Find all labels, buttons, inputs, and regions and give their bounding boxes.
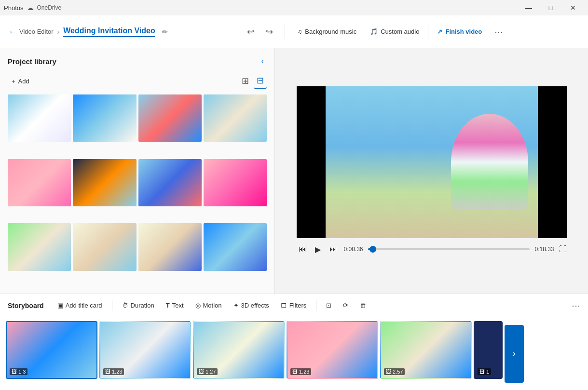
- storyboard-section: Storyboard ▣ Add title card ⏱ Duration T…: [0, 294, 588, 390]
- duration-button[interactable]: ⏱ Duration: [118, 299, 158, 311]
- text-button[interactable]: T Text: [162, 299, 188, 311]
- back-icon: ←: [9, 27, 16, 36]
- view-small-button[interactable]: ⊟: [254, 73, 267, 89]
- share-icon: ↗: [437, 28, 442, 35]
- photo-thumb[interactable]: [73, 223, 136, 270]
- view-large-button[interactable]: ⊞: [239, 73, 252, 89]
- clip-duration: 🖼 1.23: [290, 368, 311, 375]
- duration-label: Duration: [131, 302, 154, 309]
- photo-thumb[interactable]: [204, 159, 267, 206]
- progress-thumb[interactable]: [369, 246, 376, 253]
- clip-duration-value: 1.23: [112, 369, 122, 375]
- clip-duration: 🖼 1.27: [197, 368, 218, 375]
- app-title: Photos: [4, 4, 23, 12]
- breadcrumb: Video Editor › Wedding Invitation Video …: [19, 27, 168, 37]
- motion-label: Motion: [203, 302, 222, 309]
- storyboard-more-button[interactable]: ⋯: [572, 300, 580, 311]
- storyboard-clip[interactable]: 🖼 1.23: [287, 321, 378, 379]
- onedrive-indicator: ☁ OneDrive: [27, 4, 61, 12]
- text-label: Text: [172, 302, 184, 309]
- maximize-button[interactable]: □: [540, 0, 562, 15]
- title-bar-left: Photos ☁ OneDrive: [4, 4, 61, 12]
- clip-duration-value: 1.3: [18, 369, 26, 375]
- play-button[interactable]: ▶: [313, 243, 323, 256]
- filters-label: Filters: [289, 302, 306, 309]
- storyboard-clips: 🖼 1.3 🖼 1.23 🖼 1.27 🖼 1.23 🖼: [0, 317, 588, 390]
- photo-thumb[interactable]: [138, 223, 202, 270]
- finish-video-button[interactable]: ↗ Finish video: [432, 25, 487, 38]
- clip-duration-value: 2.57: [393, 369, 403, 375]
- step-forward-button[interactable]: ⏭: [328, 243, 339, 256]
- project-library-panel: Project library ‹ + Add ⊞ ⊟: [0, 48, 275, 294]
- photo-thumb[interactable]: [73, 159, 136, 206]
- delete-icon: 🗑: [360, 302, 366, 309]
- photo-thumb[interactable]: [204, 223, 267, 270]
- add-title-card-label: Add title card: [66, 302, 102, 309]
- app-toolbar: ← Video Editor › Wedding Invitation Vide…: [0, 15, 588, 48]
- photo-grid: [8, 94, 267, 286]
- toolbar-actions: ♫ Background music 🎵 Custom audio ↗ Fini…: [293, 25, 507, 39]
- custom-audio-button[interactable]: 🎵 Custom audio: [365, 25, 424, 38]
- progress-bar-wrapper[interactable]: [368, 248, 530, 250]
- storyboard-title: Storyboard: [8, 302, 44, 309]
- undo-button[interactable]: ↩: [243, 25, 258, 39]
- progress-bar[interactable]: [368, 248, 530, 250]
- toolbar-separator-2: [428, 25, 428, 39]
- minimize-button[interactable]: —: [518, 0, 540, 15]
- breadcrumb-parent[interactable]: Video Editor: [19, 28, 54, 35]
- storyboard-sep-2: [316, 300, 316, 311]
- title-bar-controls: — □ ✕: [518, 0, 584, 15]
- video-controls: ⏮ ▶ ⏭ 0:00.36 0:18.33 ⛶: [297, 243, 567, 256]
- clip-duration: 🖼 1: [478, 368, 491, 375]
- text-icon: T: [166, 302, 170, 309]
- storyboard-clip[interactable]: 🖼 1.27: [193, 321, 285, 379]
- add-title-card-button[interactable]: ▣ Add title card: [54, 299, 106, 311]
- toolbar-center: ↩ ↪ ♫ Background music 🎵 Custom audio ↗ …: [168, 25, 582, 39]
- step-back-button[interactable]: ⏮: [297, 243, 308, 256]
- 3d-effects-icon: ✦: [233, 302, 239, 309]
- panel-header: Project library ‹: [8, 56, 267, 67]
- flower-decoration: [451, 114, 528, 210]
- panel-collapse-button[interactable]: ‹: [259, 56, 267, 67]
- storyboard-toolbar: Storyboard ▣ Add title card ⏱ Duration T…: [0, 294, 588, 317]
- music-icon: ♫: [298, 28, 302, 35]
- edit-title-icon[interactable]: ✏: [162, 28, 168, 36]
- 3d-effects-button[interactable]: ✦ 3D effects: [230, 299, 273, 311]
- toolbar-more-button[interactable]: ⋯: [491, 25, 507, 39]
- clip-image-icon: 🖼: [105, 369, 110, 375]
- filters-button[interactable]: ⧠ Filters: [277, 299, 310, 311]
- split-button[interactable]: ⊡: [322, 299, 335, 311]
- storyboard-clip[interactable]: 🖼 1.23: [99, 321, 191, 379]
- video-letterbox-left: [297, 86, 326, 238]
- speed-button[interactable]: ⟳: [339, 299, 352, 311]
- photo-thumb[interactable]: [138, 94, 202, 142]
- undo-redo-group: ↩ ↪: [243, 25, 277, 39]
- fullscreen-button[interactable]: ⛶: [559, 245, 567, 254]
- breadcrumb-separator: ›: [57, 28, 60, 36]
- photo-thumb[interactable]: [204, 94, 267, 142]
- time-current: 0:00.36: [344, 246, 363, 253]
- photo-thumb[interactable]: [138, 159, 202, 206]
- photo-thumb[interactable]: [73, 94, 136, 142]
- audio-icon: 🎵: [370, 28, 378, 35]
- photo-thumb[interactable]: [8, 94, 71, 142]
- storyboard-clip[interactable]: 🖼 2.57: [380, 321, 472, 379]
- clip-image-icon: 🖼: [292, 369, 298, 375]
- storyboard-clip[interactable]: 🖼 1: [474, 321, 503, 379]
- photo-thumb[interactable]: [8, 223, 71, 270]
- video-preview-panel: ⏮ ▶ ⏭ 0:00.36 0:18.33 ⛶: [275, 48, 588, 294]
- storyboard-clip[interactable]: 🖼 1.3: [6, 321, 97, 379]
- delete-clip-button[interactable]: 🗑: [356, 299, 370, 311]
- photo-thumb[interactable]: [8, 159, 71, 206]
- add-media-button[interactable]: + Add: [8, 76, 33, 87]
- redo-button[interactable]: ↪: [262, 25, 277, 39]
- breadcrumb-current: Wedding Invitation Video: [63, 27, 155, 37]
- clip-image-icon: 🖼: [12, 369, 17, 375]
- close-button[interactable]: ✕: [562, 0, 584, 15]
- background-music-button[interactable]: ♫ Background music: [293, 25, 362, 38]
- clips-next-button[interactable]: ›: [505, 325, 524, 383]
- motion-button[interactable]: ◎ Motion: [191, 299, 226, 311]
- 3d-effects-label: 3D effects: [241, 302, 269, 309]
- back-button[interactable]: ←: [6, 25, 19, 39]
- clip-duration: 🖼 1.3: [10, 368, 27, 375]
